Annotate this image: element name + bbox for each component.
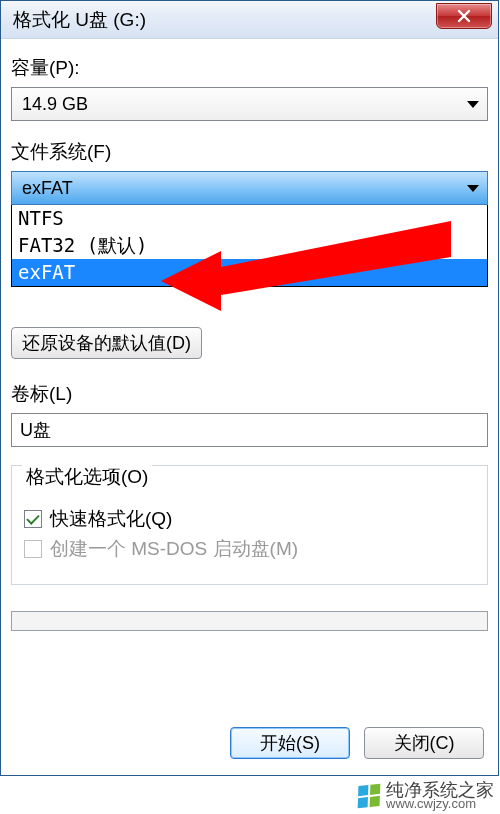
close-icon [457,9,471,23]
capacity-value: 14.9 GB [22,94,88,115]
start-button-label: 开始(S) [260,731,320,755]
filesystem-option[interactable]: exFAT [12,259,487,286]
restore-defaults-button[interactable]: 还原设备的默认值(D) [11,327,202,359]
chevron-down-icon [467,185,479,192]
filesystem-option[interactable]: NTFS [12,205,487,232]
format-dialog: 格式化 U盘 (G:) 容量(P): 14.9 GB 文件系统(F) exFAT… [0,0,499,776]
close-button[interactable] [436,3,492,29]
filesystem-value: exFAT [22,178,73,199]
capacity-label: 容量(P): [11,55,488,81]
filesystem-option[interactable]: FAT32 (默认) [12,232,487,259]
msdos-boot-label: 创建一个 MS-DOS 启动盘(M) [50,536,298,562]
footer-buttons: 开始(S) 关闭(C) [230,727,484,759]
watermark-logo-icon [358,783,381,808]
start-button[interactable]: 开始(S) [230,727,350,759]
restore-defaults-label: 还原设备的默认值(D) [22,331,191,355]
titlebar[interactable]: 格式化 U盘 (G:) [1,1,498,39]
checkbox-icon [24,540,42,558]
watermark: 纯净系统之家 www.cwjzy.com [358,781,494,810]
window-title: 格式化 U盘 (G:) [13,7,146,33]
filesystem-label: 文件系统(F) [11,139,488,165]
close-footer-button[interactable]: 关闭(C) [364,727,484,759]
volume-label-input[interactable] [11,413,488,447]
filesystem-select[interactable]: exFAT [11,171,488,205]
format-options-group: 格式化选项(O) 快速格式化(Q) 创建一个 MS-DOS 启动盘(M) [11,465,488,585]
checkbox-icon [24,510,42,528]
volume-label-label: 卷标(L) [11,381,488,407]
quick-format-label: 快速格式化(Q) [50,506,172,532]
close-button-label: 关闭(C) [394,731,455,755]
progress-bar [11,611,488,631]
client-area: 容量(P): 14.9 GB 文件系统(F) exFAT NTFS FAT32 … [11,49,488,765]
capacity-select[interactable]: 14.9 GB [11,87,488,121]
format-options-legend: 格式化选项(O) [22,464,152,490]
filesystem-dropdown: NTFS FAT32 (默认) exFAT [11,205,488,287]
quick-format-checkbox[interactable]: 快速格式化(Q) [24,506,475,532]
msdos-boot-checkbox: 创建一个 MS-DOS 启动盘(M) [24,536,475,562]
chevron-down-icon [467,101,479,108]
